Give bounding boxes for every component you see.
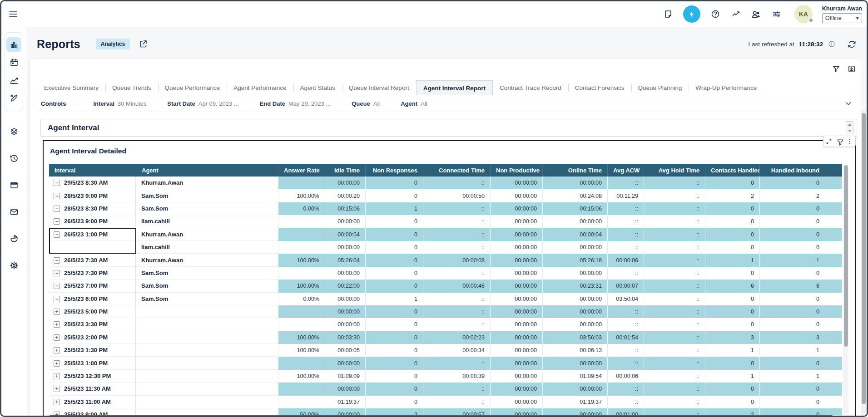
cell-online-time[interactable]: 00:00:00	[542, 267, 607, 280]
sidebar-item-layers[interactable]	[6, 124, 21, 139]
cell-agent[interactable]: Sam.Som	[136, 280, 278, 292]
cell-non-productive[interactable]: 00:00:00	[490, 396, 542, 408]
cell-contacts-handled[interactable]: 0	[705, 215, 759, 228]
cell-handled-inbound[interactable]: 0	[759, 383, 825, 395]
cell-handled-inbound[interactable]: 0	[759, 357, 825, 369]
cell-idle-time[interactable]: 00:00:20	[325, 189, 365, 202]
cell-contacts-handled[interactable]: 2	[705, 189, 759, 202]
expand-icon[interactable]	[825, 138, 833, 145]
preferences-icon[interactable]	[771, 9, 782, 20]
cell-online-time[interactable]: 00:00:00	[542, 305, 607, 318]
col-header-contacts-handled[interactable]: Contacts Handled	[705, 164, 759, 177]
cell-handled-inbound[interactable]: 0	[759, 293, 825, 305]
section-scroll-buttons[interactable]	[846, 121, 853, 134]
cell-non-productive[interactable]: 00:00:00	[490, 305, 542, 318]
cell-han[interactable]	[825, 228, 842, 241]
cell-online-time[interactable]: 00:00:00	[542, 177, 607, 189]
cell-answer-rate[interactable]	[278, 215, 325, 228]
cell-answer-rate[interactable]: 100.00%	[278, 254, 325, 266]
cell-connected-time[interactable]: ::	[423, 396, 490, 408]
cell-answer-rate[interactable]: 100.00%	[278, 189, 325, 202]
cell-online-time[interactable]: 01:09:54	[542, 370, 607, 383]
cell-non-responses[interactable]: 0	[365, 280, 423, 292]
vscroll-thumb[interactable]	[844, 165, 848, 347]
cell-non-responses[interactable]: 0	[365, 254, 423, 266]
cell-answer-rate[interactable]	[278, 396, 325, 408]
collapse-row-icon[interactable]: −	[54, 180, 60, 186]
expand-row-icon[interactable]: +	[54, 399, 60, 405]
hscroll-thumb[interactable]	[49, 415, 833, 417]
cell-avg-hold-time[interactable]: ::	[644, 396, 705, 408]
cell-handled-inbound[interactable]: 0	[759, 202, 825, 215]
sidebar-item-settings[interactable]	[6, 258, 21, 273]
cell-agent[interactable]	[136, 383, 278, 395]
cell-online-time[interactable]: 00:00:00	[542, 408, 607, 415]
cell-agent[interactable]	[136, 408, 278, 415]
cell-answer-rate[interactable]	[278, 357, 325, 369]
cell-connected-time[interactable]: ::	[423, 305, 490, 318]
expand-row-icon[interactable]: +	[54, 321, 60, 328]
cell-online-time[interactable]: 00:00:00	[542, 241, 607, 254]
cell-interval[interactable]: +25/5/23 5:00 PM	[49, 305, 136, 318]
cell-contacts-handled[interactable]: 0	[705, 241, 759, 254]
agents-icon[interactable]	[751, 9, 762, 20]
cell-avg-acw[interactable]: ::	[607, 215, 644, 228]
cell-non-productive[interactable]: 00:00:00	[490, 228, 542, 241]
cell-agent[interactable]: Sam.Som	[136, 267, 278, 280]
cell-handled-inbound[interactable]: 0	[759, 408, 825, 415]
cell-interval[interactable]: +25/5/23 1:00 PM	[49, 357, 136, 369]
cell-online-time[interactable]: 00:00:00	[542, 293, 607, 305]
cell-idle-time[interactable]: 00:00:00	[325, 215, 365, 228]
cell-non-responses[interactable]: 1	[365, 202, 423, 215]
cell-handled-inbound[interactable]: 0	[759, 267, 825, 280]
cell-agent[interactable]: Sam.Som	[136, 189, 278, 202]
expand-row-icon[interactable]: +	[54, 334, 60, 341]
cell-agent[interactable]	[136, 344, 278, 357]
cell-agent[interactable]	[136, 331, 278, 344]
cell-agent[interactable]	[136, 370, 278, 383]
cell-contacts-handled[interactable]: 0	[705, 396, 759, 408]
sidebar-item-mail[interactable]	[6, 204, 21, 219]
table-vertical-scrollbar[interactable]	[843, 164, 848, 415]
cell-han[interactable]	[825, 305, 842, 318]
cell-contacts-handled[interactable]: 3	[705, 331, 759, 344]
cell-han[interactable]	[825, 241, 842, 254]
cell-avg-acw[interactable]: 00:01:00	[607, 408, 644, 415]
col-header-avg-hold-time[interactable]: Avg Hold Time	[644, 164, 705, 177]
control-start-date[interactable]: Start Date Apr 09, 2023 ...	[167, 100, 238, 107]
cell-non-responses[interactable]: 0	[365, 177, 423, 189]
cell-online-time[interactable]: 00:06:13	[542, 344, 607, 357]
col-header-interval[interactable]: Interval	[49, 164, 136, 177]
sidebar-item-customize[interactable]	[6, 90, 21, 105]
kebab-menu-icon[interactable]	[846, 138, 853, 145]
info-icon[interactable]	[828, 40, 836, 48]
cell-avg-acw[interactable]: ::	[607, 305, 644, 318]
cell-han[interactable]	[825, 293, 842, 305]
cell-interval[interactable]: +25/5/23 1:30 PM	[49, 344, 136, 357]
cell-avg-hold-time[interactable]: ::	[644, 344, 705, 357]
cell-avg-acw[interactable]: 00:00:06	[607, 254, 644, 266]
sidebar-item-pie[interactable]	[6, 231, 21, 246]
cell-online-time[interactable]: 00:00:00	[542, 215, 607, 228]
cell-online-time[interactable]: 00:00:00	[542, 318, 607, 331]
tab-contact-forensics[interactable]: Contact Forensics	[568, 80, 631, 95]
cell-han[interactable]	[825, 215, 842, 228]
cell-answer-rate[interactable]: 100.00%	[278, 280, 325, 292]
cell-avg-acw[interactable]: ::	[607, 383, 644, 395]
cell-avg-hold-time[interactable]: ::	[644, 215, 705, 228]
cell-agent[interactable]	[136, 318, 278, 331]
cell-agent[interactable]	[136, 396, 278, 408]
cell-agent[interactable]: liam.cahill	[136, 215, 278, 228]
cell-idle-time[interactable]: 00:00:00	[325, 267, 365, 280]
cell-connected-time[interactable]: 00:00:46	[423, 280, 490, 292]
cell-handled-inbound[interactable]: 1	[759, 254, 825, 266]
cell-handled-inbound[interactable]: 6	[759, 280, 825, 292]
cell-idle-time[interactable]: 00:15:06	[325, 202, 365, 215]
help-icon[interactable]	[710, 9, 721, 20]
cell-non-productive[interactable]: 00:00:00	[490, 189, 542, 202]
cell-han[interactable]	[825, 280, 842, 292]
status-select[interactable]: Offline ▾	[822, 13, 862, 23]
cell-avg-hold-time[interactable]: ::	[644, 241, 705, 254]
cell-idle-time[interactable]: 05:26:04	[325, 254, 365, 266]
control-queue[interactable]: Queue All	[352, 100, 380, 107]
